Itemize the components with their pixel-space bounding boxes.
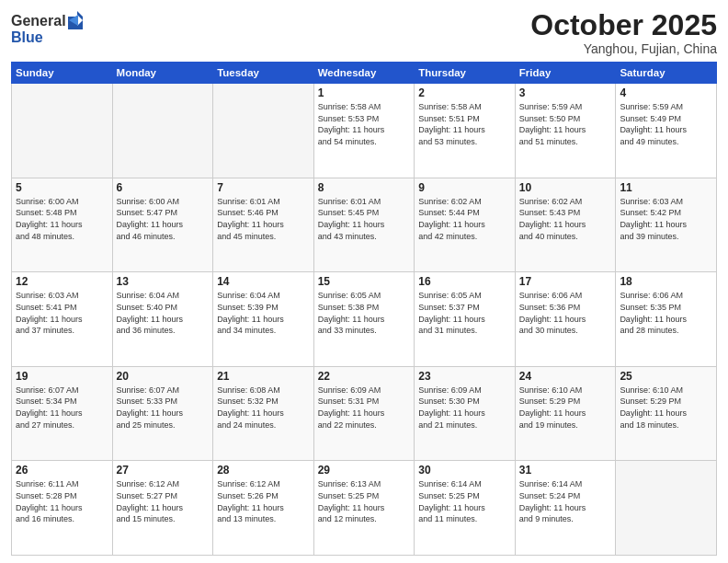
day-info: Sunrise: 6:01 AMSunset: 5:46 PMDaylight:… — [217, 196, 310, 242]
table-row: 3Sunrise: 5:59 AMSunset: 5:50 PMDaylight… — [515, 84, 616, 178]
logo-svg: General Blue — [11, 9, 94, 48]
day-number: 12 — [16, 275, 108, 288]
table-row: 12Sunrise: 6:03 AMSunset: 5:41 PMDayligh… — [12, 272, 113, 367]
day-info: Sunrise: 6:07 AMSunset: 5:33 PMDaylight:… — [117, 385, 210, 431]
calendar-header-row: Sunday Monday Tuesday Wednesday Thursday… — [12, 63, 717, 84]
day-info: Sunrise: 6:02 AMSunset: 5:43 PMDaylight:… — [519, 196, 612, 242]
day-number: 18 — [620, 275, 712, 288]
table-row: 26Sunrise: 6:11 AMSunset: 5:28 PMDayligh… — [12, 461, 113, 556]
day-number: 10 — [519, 181, 612, 194]
day-info: Sunrise: 6:03 AMSunset: 5:41 PMDaylight:… — [16, 290, 108, 336]
table-row: 14Sunrise: 6:04 AMSunset: 5:39 PMDayligh… — [213, 272, 314, 367]
location: Yanghou, Fujian, China — [530, 41, 717, 56]
svg-text:Blue: Blue — [11, 29, 43, 45]
day-number: 1 — [318, 86, 411, 99]
calendar-week-row: 12Sunrise: 6:03 AMSunset: 5:41 PMDayligh… — [12, 272, 717, 367]
day-number: 7 — [217, 181, 310, 194]
day-info: Sunrise: 6:09 AMSunset: 5:31 PMDaylight:… — [318, 385, 411, 431]
table-row: 10Sunrise: 6:02 AMSunset: 5:43 PMDayligh… — [515, 178, 616, 272]
table-row: 31Sunrise: 6:14 AMSunset: 5:24 PMDayligh… — [515, 461, 616, 556]
table-row: 8Sunrise: 6:01 AMSunset: 5:45 PMDaylight… — [313, 178, 415, 272]
col-thursday: Thursday — [415, 63, 516, 84]
table-row: 23Sunrise: 6:09 AMSunset: 5:30 PMDayligh… — [415, 366, 516, 461]
day-number: 6 — [117, 181, 210, 194]
day-info: Sunrise: 6:14 AMSunset: 5:25 PMDaylight:… — [418, 478, 511, 524]
table-row — [112, 84, 213, 178]
table-row: 11Sunrise: 6:03 AMSunset: 5:42 PMDayligh… — [616, 178, 717, 272]
day-info: Sunrise: 5:58 AMSunset: 5:51 PMDaylight:… — [418, 101, 511, 147]
day-number: 26 — [16, 464, 108, 477]
day-number: 16 — [418, 275, 511, 288]
table-row — [12, 84, 113, 178]
day-number: 14 — [217, 275, 310, 288]
day-info: Sunrise: 6:07 AMSunset: 5:34 PMDaylight:… — [16, 385, 108, 431]
day-number: 28 — [217, 464, 310, 477]
table-row: 28Sunrise: 6:12 AMSunset: 5:26 PMDayligh… — [213, 461, 314, 556]
day-info: Sunrise: 6:11 AMSunset: 5:28 PMDaylight:… — [16, 478, 108, 524]
calendar-week-row: 19Sunrise: 6:07 AMSunset: 5:34 PMDayligh… — [12, 366, 717, 461]
col-monday: Monday — [112, 63, 213, 84]
table-row: 27Sunrise: 6:12 AMSunset: 5:27 PMDayligh… — [112, 461, 213, 556]
day-info: Sunrise: 6:10 AMSunset: 5:29 PMDaylight:… — [620, 385, 712, 431]
day-number: 5 — [16, 181, 108, 194]
day-number: 29 — [318, 464, 411, 477]
table-row: 29Sunrise: 6:13 AMSunset: 5:25 PMDayligh… — [313, 461, 415, 556]
day-info: Sunrise: 6:09 AMSunset: 5:30 PMDaylight:… — [418, 385, 511, 431]
month-title: October 2025 — [530, 9, 717, 41]
day-info: Sunrise: 6:14 AMSunset: 5:24 PMDaylight:… — [519, 478, 612, 524]
svg-text:General: General — [11, 13, 66, 29]
day-number: 19 — [16, 370, 108, 383]
table-row: 25Sunrise: 6:10 AMSunset: 5:29 PMDayligh… — [616, 366, 717, 461]
day-info: Sunrise: 6:08 AMSunset: 5:32 PMDaylight:… — [217, 385, 310, 431]
table-row: 24Sunrise: 6:10 AMSunset: 5:29 PMDayligh… — [515, 366, 616, 461]
day-number: 2 — [418, 86, 511, 99]
calendar-table: Sunday Monday Tuesday Wednesday Thursday… — [11, 62, 717, 556]
day-info: Sunrise: 6:05 AMSunset: 5:38 PMDaylight:… — [318, 290, 411, 336]
day-info: Sunrise: 6:12 AMSunset: 5:27 PMDaylight:… — [117, 478, 210, 524]
day-info: Sunrise: 5:59 AMSunset: 5:49 PMDaylight:… — [620, 101, 712, 147]
day-info: Sunrise: 6:06 AMSunset: 5:35 PMDaylight:… — [620, 290, 712, 336]
page-container: General Blue October 2025 Yanghou, Fujia… — [0, 0, 728, 563]
day-number: 30 — [418, 464, 511, 477]
calendar-week-row: 5Sunrise: 6:00 AMSunset: 5:48 PMDaylight… — [12, 178, 717, 272]
day-info: Sunrise: 5:58 AMSunset: 5:53 PMDaylight:… — [318, 101, 411, 147]
day-number: 4 — [620, 86, 712, 99]
table-row: 18Sunrise: 6:06 AMSunset: 5:35 PMDayligh… — [616, 272, 717, 367]
table-row: 7Sunrise: 6:01 AMSunset: 5:46 PMDaylight… — [213, 178, 314, 272]
col-tuesday: Tuesday — [213, 63, 314, 84]
table-row: 20Sunrise: 6:07 AMSunset: 5:33 PMDayligh… — [112, 366, 213, 461]
table-row: 15Sunrise: 6:05 AMSunset: 5:38 PMDayligh… — [313, 272, 415, 367]
col-saturday: Saturday — [616, 63, 717, 84]
day-info: Sunrise: 6:00 AMSunset: 5:47 PMDaylight:… — [117, 196, 210, 242]
day-info: Sunrise: 5:59 AMSunset: 5:50 PMDaylight:… — [519, 101, 612, 147]
day-info: Sunrise: 6:00 AMSunset: 5:48 PMDaylight:… — [16, 196, 108, 242]
table-row — [616, 461, 717, 556]
col-sunday: Sunday — [12, 63, 113, 84]
table-row: 13Sunrise: 6:04 AMSunset: 5:40 PMDayligh… — [112, 272, 213, 367]
title-block: October 2025 Yanghou, Fujian, China — [530, 9, 717, 56]
day-info: Sunrise: 6:02 AMSunset: 5:44 PMDaylight:… — [418, 196, 511, 242]
calendar-week-row: 26Sunrise: 6:11 AMSunset: 5:28 PMDayligh… — [12, 461, 717, 556]
table-row: 22Sunrise: 6:09 AMSunset: 5:31 PMDayligh… — [313, 366, 415, 461]
day-info: Sunrise: 6:04 AMSunset: 5:39 PMDaylight:… — [217, 290, 310, 336]
day-number: 20 — [117, 370, 210, 383]
day-number: 9 — [418, 181, 511, 194]
col-friday: Friday — [515, 63, 616, 84]
day-number: 25 — [620, 370, 712, 383]
table-row: 16Sunrise: 6:05 AMSunset: 5:37 PMDayligh… — [415, 272, 516, 367]
day-number: 17 — [519, 275, 612, 288]
day-number: 24 — [519, 370, 612, 383]
table-row: 21Sunrise: 6:08 AMSunset: 5:32 PMDayligh… — [213, 366, 314, 461]
table-row: 30Sunrise: 6:14 AMSunset: 5:25 PMDayligh… — [415, 461, 516, 556]
table-row: 19Sunrise: 6:07 AMSunset: 5:34 PMDayligh… — [12, 366, 113, 461]
day-number: 31 — [519, 464, 612, 477]
table-row: 5Sunrise: 6:00 AMSunset: 5:48 PMDaylight… — [12, 178, 113, 272]
day-info: Sunrise: 6:01 AMSunset: 5:45 PMDaylight:… — [318, 196, 411, 242]
day-number: 27 — [117, 464, 210, 477]
day-info: Sunrise: 6:12 AMSunset: 5:26 PMDaylight:… — [217, 478, 310, 524]
day-info: Sunrise: 6:06 AMSunset: 5:36 PMDaylight:… — [519, 290, 612, 336]
day-info: Sunrise: 6:05 AMSunset: 5:37 PMDaylight:… — [418, 290, 511, 336]
table-row: 1Sunrise: 5:58 AMSunset: 5:53 PMDaylight… — [313, 84, 415, 178]
day-number: 21 — [217, 370, 310, 383]
table-row: 6Sunrise: 6:00 AMSunset: 5:47 PMDaylight… — [112, 178, 213, 272]
